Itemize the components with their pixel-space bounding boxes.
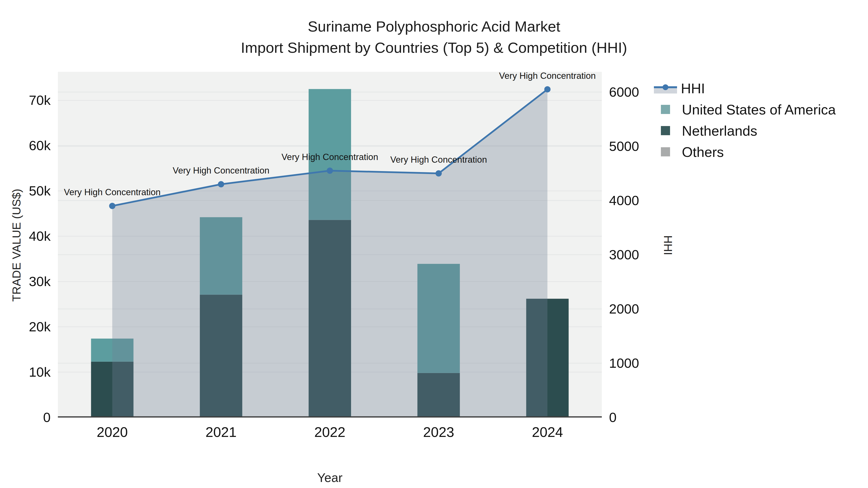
y-left-tick-0: 0: [7, 411, 51, 424]
legend-label-usa: United States of America: [682, 101, 836, 118]
y-left-tick-10k: 10k: [7, 365, 51, 379]
x-axis-title: Year: [294, 470, 366, 485]
y-right-tick-0: 0: [609, 411, 667, 424]
hhi-marker-2022[interactable]: [327, 167, 333, 174]
chart-title-line1: Suriname Polyphosphoric Acid Market: [0, 16, 868, 37]
hhi-marker-2024[interactable]: [544, 86, 551, 93]
hhi-marker-2023[interactable]: [435, 170, 442, 176]
y-right-tick-4000: 4000: [609, 194, 667, 207]
legend-item-netherlands[interactable]: Netherlands: [654, 120, 866, 141]
plot-canvas: [58, 72, 602, 418]
y-right-tick-3000: 3000: [609, 248, 667, 261]
y-right-tick-1000: 1000: [609, 356, 667, 370]
y-axis-title-right: HHI: [661, 209, 675, 282]
chart-title: Suriname Polyphosphoric Acid Market Impo…: [0, 16, 868, 58]
legend-item-others[interactable]: Others: [654, 141, 866, 162]
annotation-2023: Very High Concentration: [390, 155, 487, 165]
x-tick-2023: 2023: [402, 425, 475, 439]
legend-item-usa[interactable]: United States of America: [654, 99, 866, 120]
y-left-tick-60k: 60k: [7, 139, 51, 152]
annotation-2024: Very High Concentration: [499, 71, 596, 81]
figure: Suriname Polyphosphoric Acid Market Impo…: [0, 0, 868, 488]
x-tick-2022: 2022: [294, 425, 366, 439]
annotation-2021: Very High Concentration: [173, 165, 269, 176]
chart-title-line2: Import Shipment by Countries (Top 5) & C…: [0, 37, 868, 58]
y-axis-title-left: TRADE VALUE (US$): [10, 168, 23, 322]
x-tick-2021: 2021: [185, 425, 257, 439]
y-left-tick-70k: 70k: [7, 94, 51, 107]
annotation-2022: Very High Concentration: [281, 152, 378, 162]
x-tick-2020: 2020: [76, 425, 149, 439]
legend-item-hhi[interactable]: HHI: [654, 77, 866, 99]
hhi-line-icon: [654, 83, 677, 94]
hhi-marker-2021[interactable]: [218, 181, 224, 187]
hhi-marker-2020[interactable]: [109, 203, 116, 209]
legend-label-hhi: HHI: [681, 80, 705, 96]
y-right-tick-2000: 2000: [609, 302, 667, 316]
legend-label-others: Others: [682, 144, 724, 160]
annotation-2020: Very High Concentration: [64, 187, 161, 198]
legend-label-netherlands: Netherlands: [682, 123, 757, 139]
netherlands-swatch-icon: [661, 126, 670, 135]
legend: HHI United States of America Netherlands…: [654, 77, 866, 162]
others-swatch-icon: [661, 147, 670, 156]
x-tick-2024: 2024: [511, 425, 584, 439]
usa-swatch-icon: [661, 105, 670, 114]
